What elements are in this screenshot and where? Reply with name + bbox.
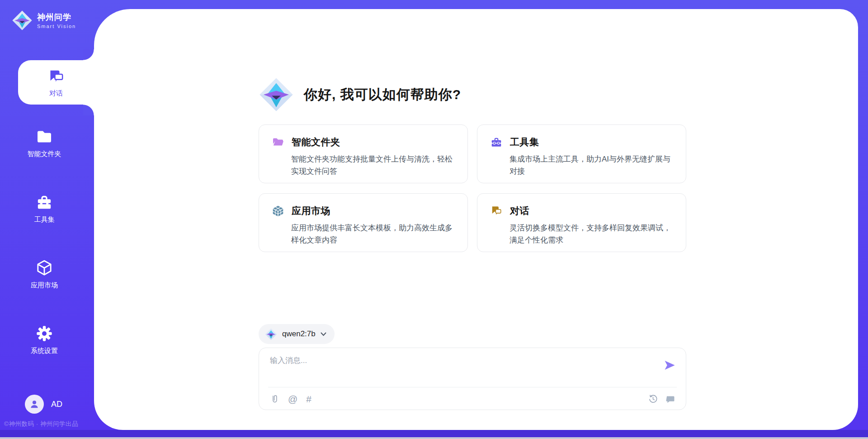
sidebar-item-smart-folder[interactable]: 智能文件夹 <box>0 128 89 158</box>
card-title: 智能文件夹 <box>292 136 340 148</box>
card-description: 应用市场提供丰富长文本模板，助力高效生成多样化文章内容 <box>291 222 457 246</box>
card-toolset[interactable]: 工具集 集成市场上主流工具，助力AI与外界无缝扩展与对接 <box>477 124 686 183</box>
model-diamond-icon <box>265 328 277 340</box>
composer-tools-left: @ # <box>270 394 311 404</box>
main-panel: 你好, 我可以如何帮助你? 智能文件夹 智能文件夹功能支持批量文件上传与清洗，轻… <box>94 9 858 430</box>
bottom-edge <box>0 437 868 439</box>
sidebar-item-app-market[interactable]: 应用市场 <box>0 259 89 290</box>
mention-icon[interactable]: @ <box>288 394 297 404</box>
brand-logo-block[interactable]: 神州问学 Smart Vision <box>12 10 76 31</box>
toolbox-icon <box>35 193 53 211</box>
card-description: 集成市场上主流工具，助力AI与外界无缝扩展与对接 <box>509 153 675 177</box>
cube-grid-icon <box>272 205 284 217</box>
chevron-down-icon <box>321 332 326 336</box>
message-input[interactable] <box>270 355 645 382</box>
card-description: 灵活切换多模型文件，支持多样回复效果调试，满足个性化需求 <box>509 222 675 246</box>
send-icon[interactable] <box>663 359 676 372</box>
tab-curve-bottom <box>83 105 94 115</box>
sidebar-item-chat[interactable]: 对话 <box>18 60 94 105</box>
card-smart-folder[interactable]: 智能文件夹 智能文件夹功能支持批量文件上传与清洗，轻松实现文件问答 <box>259 124 468 183</box>
greeting: 你好, 我可以如何帮助你? <box>259 77 461 112</box>
chat-icon <box>491 205 502 217</box>
sidebar-item-settings[interactable]: 系统设置 <box>0 324 89 355</box>
composer-tools-right <box>648 394 675 404</box>
user-account[interactable]: AD <box>25 395 62 414</box>
tab-curve-top <box>83 49 94 60</box>
sidebar: 神州问学 Smart Vision 对话 智能文件夹 工具集 <box>0 0 94 439</box>
toolbox-icon <box>491 136 502 148</box>
chat-icon <box>47 67 65 86</box>
card-title: 对话 <box>510 205 529 217</box>
sidebar-item-toolset[interactable]: 工具集 <box>0 193 89 224</box>
hash-icon[interactable]: # <box>306 394 311 404</box>
sidebar-item-label: 工具集 <box>34 215 55 224</box>
sidebar-footer: ©神州数码 · 神州问学出品 <box>4 420 92 428</box>
attach-icon[interactable] <box>270 394 279 404</box>
brand-diamond-icon <box>12 10 33 31</box>
composer-divider <box>268 387 677 387</box>
folder-open-icon <box>272 136 284 148</box>
sidebar-item-label: 应用市场 <box>31 281 58 290</box>
sidebar-item-label: 智能文件夹 <box>28 150 61 158</box>
greeting-text: 你好, 我可以如何帮助你? <box>304 86 461 104</box>
card-description: 智能文件夹功能支持批量文件上传与清洗，轻松实现文件问答 <box>291 153 457 177</box>
brand-name: 神州问学 <box>37 12 76 23</box>
card-title: 应用市场 <box>292 205 330 217</box>
model-name: qwen2:7b <box>282 329 316 339</box>
sidebar-item-label: 系统设置 <box>31 347 58 355</box>
gear-icon <box>35 324 53 343</box>
history-icon[interactable] <box>648 394 658 404</box>
greeting-diamond-icon <box>259 77 294 112</box>
folder-icon <box>35 128 53 146</box>
card-title: 工具集 <box>510 136 539 148</box>
feedback-icon[interactable] <box>665 394 675 404</box>
sidebar-item-label: 对话 <box>49 89 63 98</box>
avatar <box>25 395 44 414</box>
cube-icon <box>35 259 53 277</box>
model-selector[interactable]: qwen2:7b <box>259 324 335 344</box>
user-initials: AD <box>51 400 62 409</box>
card-app-market[interactable]: 应用市场 应用市场提供丰富长文本模板，助力高效生成多样化文章内容 <box>259 193 468 252</box>
card-chat[interactable]: 对话 灵活切换多模型文件，支持多样回复效果调试，满足个性化需求 <box>477 193 686 252</box>
message-composer: @ # <box>259 348 686 410</box>
bottom-bar <box>0 430 868 437</box>
person-icon <box>28 398 40 410</box>
brand-subtitle: Smart Vision <box>37 24 76 29</box>
feature-cards: 智能文件夹 智能文件夹功能支持批量文件上传与清洗，轻松实现文件问答 工具集 集成… <box>259 124 686 252</box>
